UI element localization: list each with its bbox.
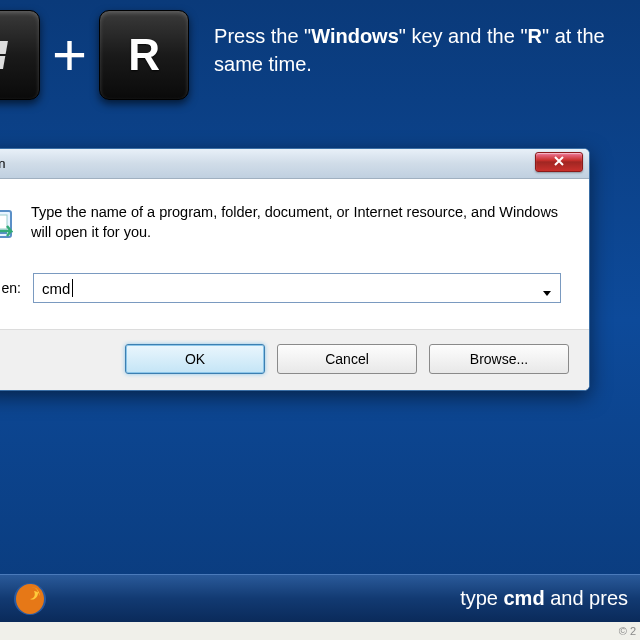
taskbar: type cmd and pres bbox=[0, 574, 640, 622]
button-row: OK Cancel Browse... bbox=[0, 329, 589, 390]
close-button[interactable] bbox=[535, 152, 583, 172]
titlebar[interactable]: un bbox=[0, 149, 589, 179]
close-icon bbox=[553, 153, 565, 171]
r-key-label: R bbox=[128, 30, 160, 80]
windows-logo-icon bbox=[0, 35, 15, 75]
instruction-prefix: Press the " bbox=[214, 25, 311, 47]
text-caret bbox=[72, 279, 73, 297]
instruction-mid: " key and the " bbox=[399, 25, 528, 47]
instruction-key1: Windows bbox=[311, 25, 399, 47]
firefox-icon[interactable] bbox=[12, 581, 48, 617]
ok-button[interactable]: OK bbox=[125, 344, 265, 374]
r-key: R bbox=[99, 10, 189, 100]
plus-symbol: + bbox=[52, 10, 87, 100]
taskbar-suffix: and pres bbox=[545, 587, 628, 609]
taskbar-instruction: type cmd and pres bbox=[460, 587, 628, 610]
svg-rect-5 bbox=[0, 215, 7, 229]
dropdown-arrow-icon[interactable] bbox=[542, 284, 552, 302]
cancel-button[interactable]: Cancel bbox=[277, 344, 417, 374]
browse-button[interactable]: Browse... bbox=[429, 344, 569, 374]
open-input[interactable] bbox=[42, 280, 552, 297]
run-dialog-icon bbox=[0, 203, 13, 245]
footer-copyright: © 2 bbox=[0, 622, 640, 640]
instruction-key2: R bbox=[528, 25, 542, 47]
dialog-description: Type the name of a program, folder, docu… bbox=[31, 203, 561, 242]
taskbar-prefix: type bbox=[460, 587, 503, 609]
windows-key bbox=[0, 10, 40, 100]
open-combobox[interactable] bbox=[33, 273, 561, 303]
run-dialog: un Type the name of a program, folder, d… bbox=[0, 148, 590, 391]
svg-rect-3 bbox=[0, 56, 5, 69]
taskbar-bold: cmd bbox=[503, 587, 544, 609]
svg-rect-1 bbox=[0, 41, 8, 54]
dialog-title: un bbox=[0, 156, 5, 171]
instruction-text: Press the "Windows" key and the "R" at t… bbox=[214, 22, 634, 78]
open-label: en: bbox=[0, 280, 21, 296]
